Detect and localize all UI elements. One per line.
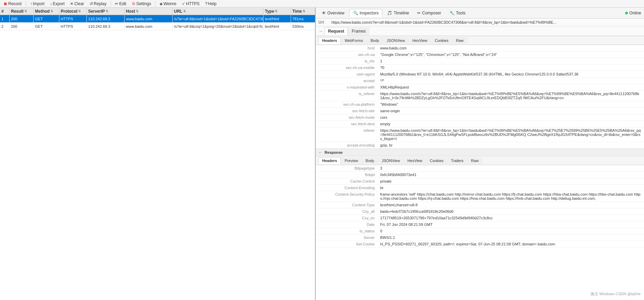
tab-timeline[interactable]: 🎵 Timeline [384, 9, 412, 17]
row1-host: www.baidu.com [125, 15, 173, 22]
weinre-icon: ◈ [160, 1, 163, 6]
req-sub-tab-jsonview[interactable]: JSONView [383, 37, 409, 44]
sort-server-icon: ⇅ [106, 10, 108, 13]
header-value: cors [377, 114, 644, 121]
resp-sub-tab-jsonview[interactable]: JSONView [378, 157, 404, 164]
col-header-method[interactable]: Method ⇅ [34, 8, 59, 15]
response-header-row: Is_status 0 [316, 228, 644, 234]
export-button[interactable]: ↓ Export [48, 1, 67, 7]
online-dot [625, 12, 628, 14]
resp-sub-tab-preview[interactable]: Preview [341, 157, 362, 164]
response-header-row: Content-Encoding br [316, 185, 644, 191]
header-value: https://www.baidu.com/s?ie=utf-8&f=8&rsv… [377, 127, 644, 142]
record-icon: ⏹ [3, 1, 8, 6]
header-value: private [377, 178, 644, 185]
import-button[interactable]: ↑ Import [28, 1, 47, 7]
col-header-server[interactable]: ServerIP ⇅ [87, 8, 125, 15]
req-sub-tab-hexview[interactable]: HexView [409, 37, 431, 44]
resp-sub-tab-cookies[interactable]: Cookies [426, 157, 447, 164]
table-row[interactable]: 2 200 GET HTTPS 110.242.68.3 www.baidu.c… [0, 23, 315, 30]
settings-button[interactable]: ⚙ Settings [130, 1, 153, 7]
sort-time-icon: ⇅ [303, 10, 305, 13]
header-value: 3 [377, 165, 644, 172]
row1-method: GET [34, 15, 59, 22]
header-name: x-requested-with [316, 84, 377, 91]
tab-overview[interactable]: 👁 Overview [318, 9, 348, 17]
tab-tools[interactable]: 🔧 Tools [446, 9, 469, 17]
header-name: sec-ch-ua [316, 51, 377, 58]
row2-url: /s?ie=utf-8&csq=1&pstg=20&mod=2&isbd=1&c… [173, 23, 264, 30]
col-header-time[interactable]: Time ⇅ [291, 8, 315, 15]
header-name: Cache-Control [316, 178, 377, 185]
response-header-row: Cxy_ex 1717748519+2653071796+797ed10aa71… [316, 215, 644, 221]
col-header-result[interactable]: Result ⇅ [10, 8, 34, 15]
req-res-tabs: → Request Frames [316, 26, 644, 36]
record-button[interactable]: ⏹ Record [1, 1, 24, 7]
tab-composer[interactable]: ✏ Composer [414, 9, 444, 17]
header-name: host [316, 45, 377, 51]
col-header-url[interactable]: URL ⇅ [173, 8, 264, 15]
response-header-row: Bdqid 0xfc345b8400073e41 [316, 172, 644, 178]
request-header-row: sec-fetch-site same-origin [316, 108, 644, 114]
import-icon: ↑ [30, 1, 32, 6]
help-button[interactable]: ? Help [203, 1, 219, 7]
request-header-row: x-requested-with XMLHttpRequest [316, 84, 644, 91]
req-sub-tab-cookies[interactable]: Cookies [431, 37, 452, 44]
row1-server: 110.242.68.3 [87, 15, 125, 22]
replay-button[interactable]: ↺ Replay [87, 1, 108, 7]
help-icon: ? [205, 1, 208, 6]
row2-method: GET [34, 23, 59, 30]
header-name: Content-Security-Policy [316, 191, 377, 202]
resp-sub-tab-trailers[interactable]: Trailers [447, 157, 467, 164]
header-value: empty [377, 121, 644, 127]
request-arrow: → [318, 28, 323, 34]
sort-result-icon: ⇅ [24, 10, 27, 13]
request-header-row: is_referer https://www.baidu.com/s?ie=ut… [316, 91, 644, 101]
header-name: Is_status [316, 228, 377, 234]
request-header-row: sec-fetch-mode cors [316, 114, 644, 121]
resp-sub-tab-hexview[interactable]: HexView [404, 157, 426, 164]
header-name: is_xhr [316, 58, 377, 65]
col-header-host[interactable]: Host ⇅ [125, 8, 173, 15]
timeline-icon: 🎵 [387, 11, 392, 15]
edit-button[interactable]: ✏ Edit [113, 1, 128, 7]
top-nav: 👁 Overview 🔍 Inspectors 🎵 Timeline ✏ Com… [316, 8, 644, 19]
header-name: is_referer [316, 91, 377, 101]
response-header-row: Bdpagetype 3 [316, 165, 644, 172]
request-header-row: sec-ch-ua "Google Chrome";v="125", "Chro… [316, 51, 644, 58]
table-row[interactable]: 1 200 GET HTTPS 110.242.68.3 www.baidu.c… [0, 15, 315, 23]
replay-icon: ↺ [90, 1, 93, 6]
col-header-type[interactable]: Type ⇅ [264, 8, 291, 15]
req-sub-tab-headers[interactable]: Headers [318, 37, 341, 44]
resp-sub-tab-body[interactable]: Body [362, 157, 378, 164]
col-header-protocol[interactable]: Protocol ⇅ [59, 8, 87, 15]
header-name: Content-Encoding [316, 185, 377, 191]
header-value: frame-ancestors 'self' https://chat.baid… [377, 191, 644, 202]
resp-sub-tab-raw[interactable]: Raw [467, 157, 482, 164]
req-sub-tab-body[interactable]: Body [367, 37, 383, 44]
resp-sub-tab-headers[interactable]: Headers [318, 157, 341, 164]
header-value: XMLHttpRequest [377, 84, 644, 91]
req-sub-tab-raw[interactable]: Raw [452, 37, 467, 44]
header-value: 0xfc345b8400073e41 [377, 172, 644, 178]
https-button[interactable]: ✓ HTTPS [180, 1, 201, 7]
weinre-button[interactable]: ◈ Weinre [157, 1, 178, 7]
header-value: same-origin [377, 108, 644, 114]
clear-button[interactable]: ✕ Clear [68, 1, 86, 7]
req-sub-tab-webforms[interactable]: WebForms [341, 37, 367, 44]
tab-inspectors[interactable]: 🔍 Inspectors [349, 9, 382, 17]
table-body: 1 200 GET HTTPS 110.242.68.3 www.baidu.c… [0, 15, 315, 300]
row2-result: 200 [10, 23, 34, 30]
frames-tab[interactable]: Frames [348, 27, 370, 35]
request-tab[interactable]: Request [324, 27, 348, 35]
sort-url-icon: ⇅ [183, 10, 186, 13]
header-name: accept [316, 78, 377, 84]
header-name: accept-encoding [316, 142, 377, 149]
header-name: Bdqid [316, 172, 377, 178]
header-name: Cxy_ex [316, 215, 377, 221]
row2-protocol: HTTPS [59, 23, 87, 30]
header-value: baidu+fedcf72b7c195fcca58f1818c20e06d0 [377, 208, 644, 215]
response-header-row: Set-Cookie H_PS_PSSID=60271_60297_60325;… [316, 241, 644, 247]
header-name: sec-ch-ua-platform [316, 101, 377, 108]
col-header-num[interactable]: # [0, 8, 10, 15]
